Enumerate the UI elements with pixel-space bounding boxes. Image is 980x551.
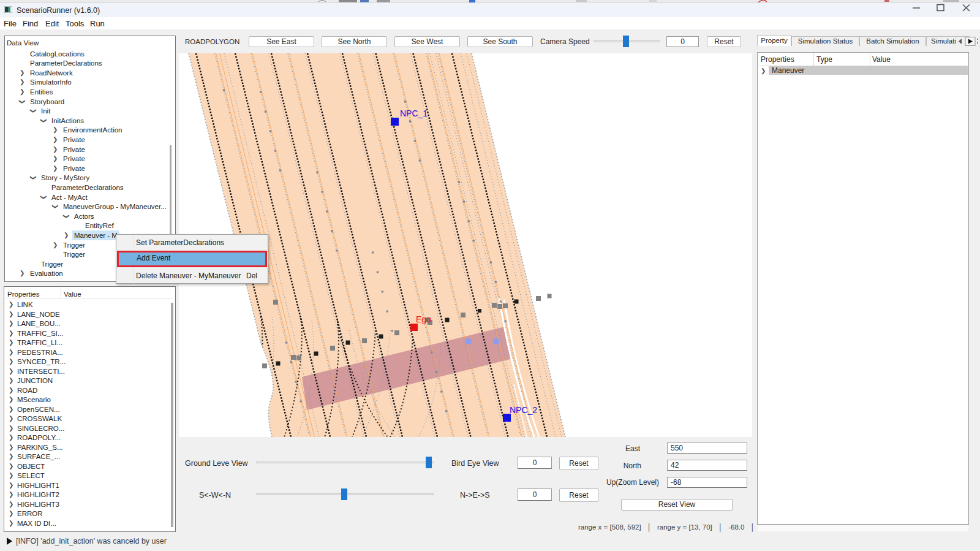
svg-text:Ego: Ego: [416, 314, 431, 324]
svg-text:NPC_2: NPC_2: [510, 405, 537, 415]
svg-text:NPC_1: NPC_1: [400, 108, 428, 118]
